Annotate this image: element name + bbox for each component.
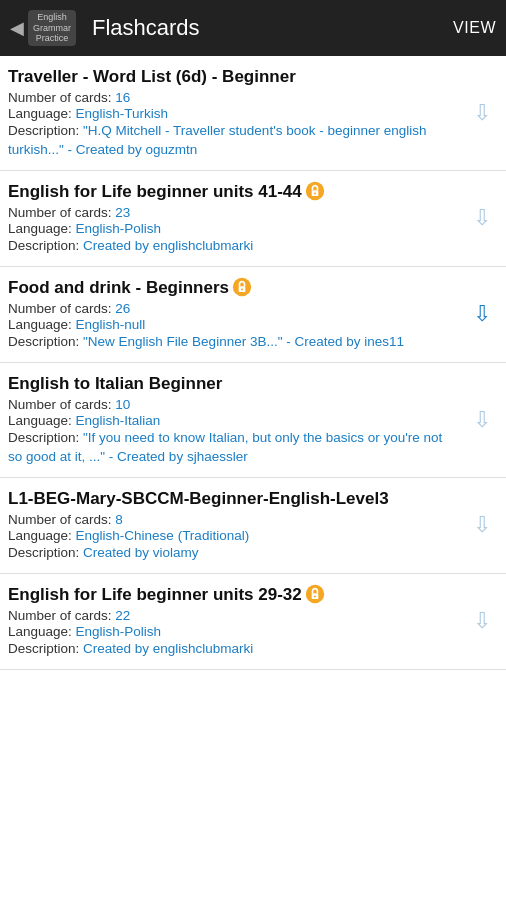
item-title: L1-BEG-Mary-SBCCM-Beginner-English-Level… (8, 488, 458, 510)
item-desc: Description: "New English File Beginner … (8, 333, 458, 352)
lang-value: English-Polish (76, 221, 162, 236)
lang-value: English-Italian (76, 413, 161, 428)
list-item: Traveller - Word List (6d) - Beginner Nu… (0, 56, 506, 171)
desc-value: Created by violamy (83, 545, 199, 560)
download-button[interactable]: ⇩ (466, 202, 498, 234)
flashcard-list: Traveller - Word List (6d) - Beginner Nu… (0, 56, 506, 670)
item-lang: Language: English-Italian (8, 413, 458, 428)
item-content: English for Life beginner units 41-44 Nu… (8, 181, 494, 256)
list-item: English for Life beginner units 29-32 Nu… (0, 574, 506, 670)
cards-value: 23 (115, 205, 130, 220)
item-cards: Number of cards: 10 (8, 397, 458, 412)
back-arrow-icon: ◀ (10, 17, 24, 39)
download-icon: ⇩ (473, 407, 491, 433)
list-item: L1-BEG-Mary-SBCCM-Beginner-English-Level… (0, 478, 506, 574)
item-title: Traveller - Word List (6d) - Beginner (8, 66, 458, 88)
item-content: English for Life beginner units 29-32 Nu… (8, 584, 494, 659)
list-item: Food and drink - Beginners Number of car… (0, 267, 506, 363)
item-lang: Language: English-Turkish (8, 106, 458, 121)
item-title: English to Italian Beginner (8, 373, 458, 395)
download-button[interactable]: ⇩ (466, 509, 498, 541)
item-title: English for Life beginner units 41-44 (8, 181, 458, 203)
item-title: English for Life beginner units 29-32 (8, 584, 458, 606)
cards-value: 16 (115, 90, 130, 105)
cards-value: 8 (115, 512, 123, 527)
svg-point-8 (314, 596, 316, 598)
item-cards: Number of cards: 22 (8, 608, 458, 623)
item-content: Traveller - Word List (6d) - Beginner Nu… (8, 66, 494, 160)
item-desc: Description: "If you need to know Italia… (8, 429, 458, 467)
desc-value: "H.Q Mitchell - Traveller student's book… (8, 123, 427, 157)
item-content: Food and drink - Beginners Number of car… (8, 277, 494, 352)
lang-value: English-null (76, 317, 146, 332)
list-item: English for Life beginner units 41-44 Nu… (0, 171, 506, 267)
item-lang: Language: English-Polish (8, 624, 458, 639)
download-icon: ⇩ (473, 205, 491, 231)
svg-point-2 (314, 193, 316, 195)
desc-value: Created by englishclubmarki (83, 641, 253, 656)
lock-badge-icon (305, 181, 325, 201)
back-button[interactable]: ◀ English Grammar Practice (10, 10, 76, 46)
item-cards: Number of cards: 8 (8, 512, 458, 527)
list-item: English to Italian Beginner Number of ca… (0, 363, 506, 478)
item-desc: Description: Created by violamy (8, 544, 458, 563)
item-title: Food and drink - Beginners (8, 277, 458, 299)
svg-point-5 (241, 289, 243, 291)
cards-value: 22 (115, 608, 130, 623)
app-badge-label: English Grammar Practice (28, 10, 76, 46)
desc-value: "New English File Beginner 3B..." - Crea… (83, 334, 404, 349)
download-icon: ⇩ (473, 100, 491, 126)
download-button[interactable]: ⇩ (466, 298, 498, 330)
lang-value: English-Polish (76, 624, 162, 639)
lang-value: English-Turkish (76, 106, 169, 121)
download-button[interactable]: ⇩ (466, 605, 498, 637)
item-content: L1-BEG-Mary-SBCCM-Beginner-English-Level… (8, 488, 494, 563)
item-desc: Description: "H.Q Mitchell - Traveller s… (8, 122, 458, 160)
download-icon: ⇩ (473, 608, 491, 634)
cards-value: 26 (115, 301, 130, 316)
item-lang: Language: English-null (8, 317, 458, 332)
item-desc: Description: Created by englishclubmarki (8, 237, 458, 256)
desc-value: "If you need to know Italian, but only t… (8, 430, 442, 464)
download-button[interactable]: ⇩ (466, 97, 498, 129)
item-lang: Language: English-Polish (8, 221, 458, 236)
download-button[interactable]: ⇩ (466, 404, 498, 436)
cards-value: 10 (115, 397, 130, 412)
lock-badge-icon (305, 584, 325, 604)
download-icon: ⇩ (473, 512, 491, 538)
item-content: English to Italian Beginner Number of ca… (8, 373, 494, 467)
app-header: ◀ English Grammar Practice Flashcards VI… (0, 0, 506, 56)
item-cards: Number of cards: 16 (8, 90, 458, 105)
download-icon: ⇩ (473, 301, 491, 327)
desc-value: Created by englishclubmarki (83, 238, 253, 253)
item-desc: Description: Created by englishclubmarki (8, 640, 458, 659)
lang-value: English-Chinese (Traditional) (76, 528, 250, 543)
item-cards: Number of cards: 23 (8, 205, 458, 220)
page-title: Flashcards (92, 15, 453, 41)
view-button[interactable]: VIEW (453, 19, 496, 37)
item-cards: Number of cards: 26 (8, 301, 458, 316)
item-lang: Language: English-Chinese (Traditional) (8, 528, 458, 543)
lock-badge-icon (232, 277, 252, 297)
